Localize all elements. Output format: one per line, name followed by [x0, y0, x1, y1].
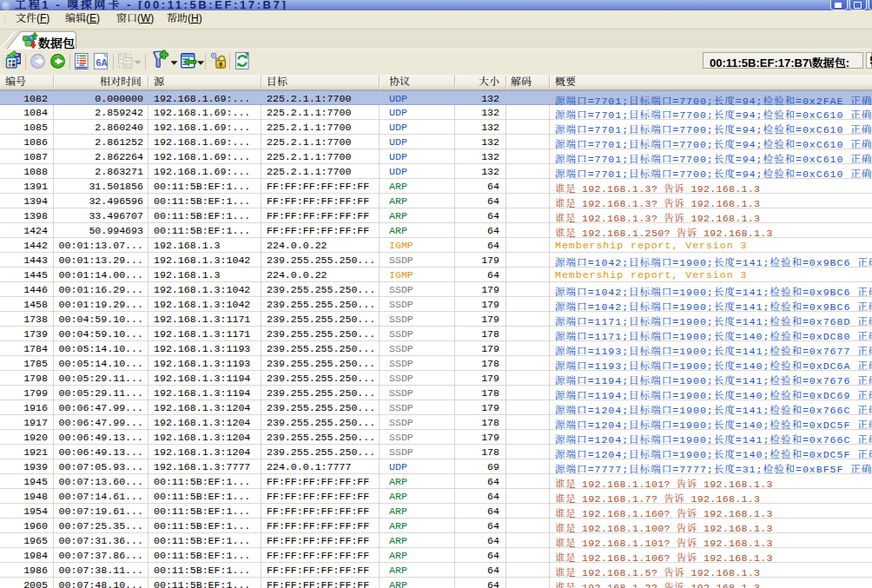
svg-text:6A: 6A [96, 57, 109, 68]
